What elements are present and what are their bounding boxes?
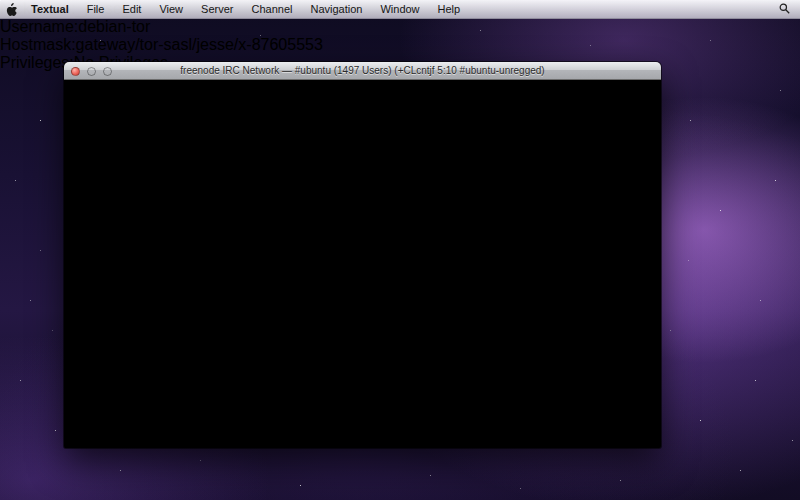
menu-item-server[interactable]: Server bbox=[192, 3, 242, 15]
menu-item-window[interactable]: Window bbox=[371, 3, 428, 15]
menu-item-navigation[interactable]: Navigation bbox=[301, 3, 371, 15]
sidebar-item-github[interactable]: #github bbox=[64, 296, 661, 314]
sidebar-item-mandy[interactable]: #mandy bbox=[64, 152, 661, 170]
tooltip-row: Username:debian-tor bbox=[0, 18, 800, 36]
sidebar-item-TreeOfSouls[interactable]: #TreeOfSouls bbox=[64, 224, 661, 242]
sidebar-item-apple[interactable]: ##apple bbox=[64, 260, 661, 278]
sidebar-item-mac[interactable]: ##mac bbox=[64, 278, 661, 296]
menu-bar: TextualFileEditViewServerChannelNavigati… bbox=[0, 0, 800, 19]
tooltip-label: Privileges: bbox=[0, 54, 74, 71]
sidebar-item-macosxdev[interactable]: #macosxdev bbox=[64, 332, 661, 350]
menu-item-file[interactable]: File bbox=[78, 3, 114, 15]
tooltip-label: Hostmask: bbox=[0, 36, 76, 53]
minimize-button[interactable] bbox=[87, 67, 96, 76]
sidebar-item-help[interactable]: #help bbox=[64, 134, 661, 152]
channel-sidebar: ▼WyldRyde IRC Network#besttechie#carlyje… bbox=[64, 80, 661, 448]
network-group-untitled-connection[interactable]: ▶Untitled Connection bbox=[64, 386, 661, 405]
close-button[interactable] bbox=[71, 67, 80, 76]
sidebar-item-MacOSX[interactable]: #MacOSX bbox=[64, 314, 661, 332]
disclosure-open-icon[interactable]: ▼ bbox=[64, 405, 80, 422]
group-name: Untitled Connection bbox=[76, 387, 216, 404]
spotlight-icon[interactable] bbox=[779, 3, 790, 16]
menu-item-help[interactable]: Help bbox=[429, 3, 470, 15]
tooltip-row: Hostmask:gateway/tor-sasl/jesse/x-876055… bbox=[0, 36, 800, 54]
menu-item-textual[interactable]: Textual bbox=[22, 3, 78, 15]
sidebar-item-besttechie[interactable]: #besttechie bbox=[64, 98, 661, 116]
tooltip-label: Username: bbox=[0, 18, 78, 35]
sidebar-item-carlyjean[interactable]: #carlyjean bbox=[64, 116, 661, 134]
tooltip-value: debian-tor bbox=[78, 18, 150, 35]
sidebar-item-reddit[interactable]: #reddit bbox=[64, 350, 661, 368]
disclosure-closed-icon[interactable]: ▶ bbox=[64, 387, 76, 404]
network-group-mibbit-irc-network[interactable]: ▼Mibbit IRC Network bbox=[64, 405, 661, 423]
group-name: WyldRyde IRC Network bbox=[80, 80, 248, 97]
apple-menu-icon[interactable] bbox=[0, 3, 22, 16]
network-group-wyldryde-irc-network[interactable]: ▼WyldRyde IRC Network bbox=[64, 80, 661, 98]
window-title: freenode IRC Network — #ubuntu (1497 Use… bbox=[180, 65, 544, 76]
sidebar-item-textual-dev[interactable]: #textual-dev bbox=[64, 188, 661, 206]
group-name: Freenode IRC Network bbox=[80, 242, 244, 259]
tooltip-value: gateway/tor-sasl/jesse/x-87605553 bbox=[76, 36, 323, 53]
disclosure-open-icon[interactable]: ▼ bbox=[64, 242, 80, 259]
menu-item-edit[interactable]: Edit bbox=[113, 3, 150, 15]
sidebar-item-help[interactable]: #help bbox=[64, 423, 661, 441]
disclosure-open-icon[interactable]: ▼ bbox=[64, 80, 80, 97]
textual-window: freenode IRC Network — #ubuntu (1497 Use… bbox=[64, 62, 661, 448]
menu-item-view[interactable]: View bbox=[150, 3, 192, 15]
menu-item-channel[interactable]: Channel bbox=[242, 3, 301, 15]
network-group-freenode-irc-network[interactable]: ▼Freenode IRC Network bbox=[64, 242, 661, 260]
sidebar-item-textual[interactable]: #textual bbox=[64, 170, 661, 188]
sidebar-item-mibbit[interactable]: #mibbit bbox=[64, 441, 661, 448]
group-name: Mibbit IRC Network bbox=[80, 405, 218, 422]
sidebar-item-ubuntu[interactable]: #ubuntu bbox=[64, 368, 661, 386]
zoom-button[interactable] bbox=[103, 67, 112, 76]
sidebar-item-thetechbuzz[interactable]: #thetechbuzz bbox=[64, 206, 661, 224]
title-bar[interactable]: freenode IRC Network — #ubuntu (1497 Use… bbox=[64, 62, 661, 80]
